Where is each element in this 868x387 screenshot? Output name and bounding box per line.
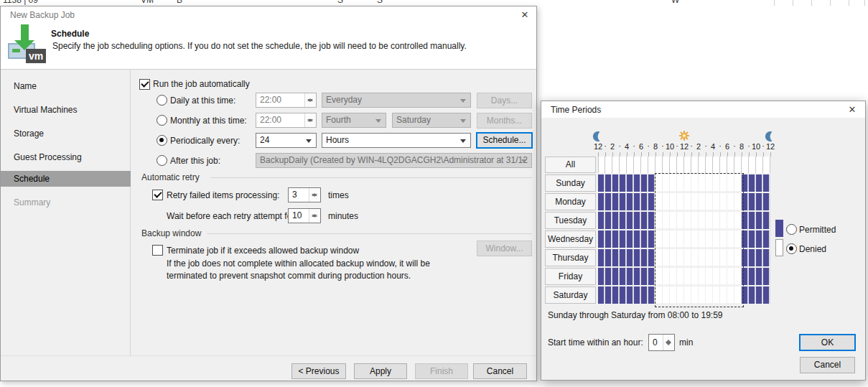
grid-cell[interactable] (612, 230, 620, 248)
all-hour-cell[interactable] (620, 157, 627, 173)
grid-cell[interactable] (620, 268, 627, 285)
grid-cell[interactable] (756, 212, 763, 229)
all-hour-cell[interactable] (734, 157, 742, 173)
grid-cell[interactable] (641, 249, 648, 266)
all-hour-cell[interactable] (655, 157, 663, 173)
grid-cell[interactable] (620, 286, 627, 304)
grid-cell[interactable] (598, 193, 605, 210)
sidebar-item-guest-processing[interactable]: Guest Processing (1, 149, 131, 165)
days-button[interactable]: Days... (477, 93, 532, 108)
grid-cell[interactable] (620, 249, 627, 266)
grid-cell[interactable] (763, 212, 770, 229)
grid-cell[interactable] (605, 193, 612, 210)
grid-cell[interactable] (612, 286, 620, 304)
sidebar-item-name[interactable]: Name (1, 78, 131, 94)
spinner-arrows-icon[interactable] (309, 209, 320, 223)
spinner-arrows-icon[interactable] (304, 93, 316, 107)
grid-cell[interactable] (763, 286, 770, 304)
spinner-arrows-icon[interactable] (304, 113, 316, 127)
grid-cell[interactable] (627, 212, 634, 229)
all-hour-cell[interactable] (663, 157, 670, 173)
grid-cell[interactable] (763, 268, 770, 285)
all-hour-cell[interactable] (706, 157, 713, 173)
all-hour-cell[interactable] (648, 157, 655, 173)
grid-cell[interactable] (641, 286, 648, 304)
grid-cell[interactable] (605, 230, 612, 248)
all-row-label[interactable]: All (545, 157, 596, 173)
grid-cell[interactable] (620, 212, 627, 229)
grid-cell[interactable] (612, 268, 620, 285)
start-time-spinner[interactable]: 0 (648, 334, 675, 351)
all-hour-cell[interactable] (691, 157, 699, 173)
wait-minutes-spinner[interactable]: 10 (288, 208, 321, 223)
sidebar-item-schedule[interactable]: Schedule (1, 171, 131, 187)
all-hour-cell[interactable] (756, 157, 763, 173)
grid-cell[interactable] (641, 193, 648, 210)
grid-cell[interactable] (598, 174, 605, 192)
daily-radio[interactable] (157, 95, 167, 106)
grid-cell[interactable] (627, 286, 634, 304)
day-label-monday[interactable]: Monday (545, 193, 596, 210)
day-label-tuesday[interactable]: Tuesday (545, 212, 596, 229)
grid-cell[interactable] (627, 230, 634, 248)
daily-period-combo[interactable]: Everyday (322, 93, 471, 108)
grid-cell[interactable] (627, 174, 634, 192)
day-label-sunday[interactable]: Sunday (545, 174, 596, 192)
all-hour-cell[interactable] (720, 157, 727, 173)
close-icon[interactable]: ✕ (846, 104, 858, 116)
day-label-thursday[interactable]: Thursday (545, 249, 596, 266)
grid-cell[interactable] (641, 174, 648, 192)
all-hour-cell[interactable] (598, 157, 605, 173)
monthly-day-combo[interactable]: Saturday (392, 113, 471, 128)
all-hour-cell[interactable] (670, 157, 677, 173)
grid-cell[interactable] (605, 268, 612, 285)
grid-cell[interactable] (612, 249, 620, 266)
spinner-arrows-icon[interactable] (663, 335, 674, 350)
grid-cell[interactable] (756, 268, 763, 285)
grid-cell[interactable] (598, 230, 605, 248)
grid-cell[interactable] (634, 193, 641, 210)
retry-count-spinner[interactable]: 3 (288, 187, 321, 202)
denied-radio[interactable] (786, 243, 797, 254)
sidebar-item-virtual-machines[interactable]: Virtual Machines (1, 102, 131, 118)
grid-cell[interactable] (598, 268, 605, 285)
grid-cell[interactable] (749, 193, 756, 210)
grid-cell[interactable] (756, 174, 763, 192)
grid-cell[interactable] (605, 286, 612, 304)
grid-cell[interactable] (634, 212, 641, 229)
grid-cell[interactable] (756, 249, 763, 266)
all-hour-cell[interactable] (612, 157, 620, 173)
all-hour-cell[interactable] (727, 157, 734, 173)
all-hour-cell[interactable] (634, 157, 641, 173)
spinner-arrows-icon[interactable] (309, 188, 320, 202)
grid-cell[interactable] (756, 230, 763, 248)
periodically-radio[interactable] (157, 135, 167, 146)
grid-cell[interactable] (612, 193, 620, 210)
grid-cell[interactable] (598, 212, 605, 229)
all-hour-cell[interactable] (742, 157, 749, 173)
periodically-value-combo[interactable]: 24 (256, 133, 317, 148)
grid-cell[interactable] (634, 230, 641, 248)
grid-cell[interactable] (620, 230, 627, 248)
grid-cell[interactable] (749, 249, 756, 266)
day-label-wednesday[interactable]: Wednesday (545, 230, 596, 248)
grid-cell[interactable] (620, 174, 627, 192)
previous-button[interactable]: < Previous (291, 363, 346, 379)
cancel-button[interactable]: Cancel (473, 363, 527, 379)
monthly-time-spinner[interactable]: 22:00 (256, 113, 317, 128)
grid-cell[interactable] (612, 174, 620, 192)
apply-button[interactable]: Apply (354, 363, 407, 379)
tp-cancel-button[interactable]: Cancel (800, 357, 855, 373)
permitted-radio[interactable] (786, 224, 797, 235)
after-job-combo[interactable]: BackupDaily (Created by WIN-4LQ2DGACGH2\… (256, 153, 532, 168)
all-hour-cell[interactable] (641, 157, 648, 173)
grid-cell[interactable] (634, 268, 641, 285)
retry-checkbox[interactable] (152, 190, 163, 200)
grid-cell[interactable] (763, 174, 770, 192)
close-icon[interactable]: ✕ (519, 9, 531, 21)
periodically-unit-combo[interactable]: Hours (322, 133, 471, 148)
all-hour-cell[interactable] (699, 157, 706, 173)
grid-cell[interactable] (598, 249, 605, 266)
grid-cell[interactable] (627, 193, 634, 210)
grid-cell[interactable] (634, 174, 641, 192)
